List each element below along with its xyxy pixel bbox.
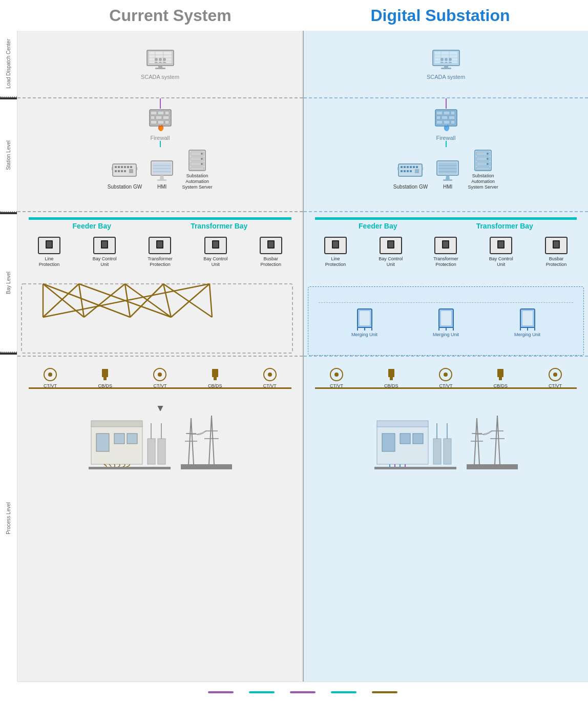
- firewall-icon-left: [146, 109, 174, 133]
- svg-rect-19: [151, 120, 157, 124]
- svg-rect-118: [441, 68, 451, 69]
- merging-unit-3-label: Merging Unit: [514, 332, 540, 337]
- digital-substation-panel: SCADA system: [303, 31, 588, 682]
- svg-rect-95: [127, 433, 137, 444]
- digital-hmi: HMI: [436, 160, 459, 190]
- svg-line-70: [79, 284, 84, 317]
- digital-transformer-protection: Transformer Protection: [432, 236, 459, 267]
- svg-point-199: [553, 373, 557, 377]
- current-station-section: Firewall: [17, 98, 303, 211]
- bay-level-label: Bay Level: [0, 214, 17, 353]
- svg-rect-206: [444, 439, 451, 464]
- current-bcu2-label: Bay Control Unit: [202, 256, 229, 267]
- substation-building-left: [89, 413, 171, 469]
- current-line-protection: Line Protection: [36, 236, 62, 267]
- svg-rect-34: [112, 167, 113, 170]
- hmi-icon-left: [150, 160, 174, 182]
- merging-unit-icon-3: [518, 308, 537, 331]
- svg-rect-117: [444, 66, 448, 68]
- current-firewall-block: Firewall: [146, 109, 174, 141]
- legend-line-teal-left: [249, 691, 275, 693]
- svg-rect-94: [114, 433, 124, 444]
- svg-point-82: [48, 373, 52, 377]
- svg-rect-135: [407, 166, 409, 168]
- digital-bay-control-unit-1: Bay Control Unit: [377, 236, 404, 267]
- bay-device-icon-2: [93, 236, 116, 255]
- current-down-arrow: [155, 403, 165, 416]
- svg-rect-64: [268, 241, 274, 247]
- svg-rect-21: [165, 120, 169, 124]
- svg-point-48: [201, 163, 203, 165]
- digital-bay-section: Feeder Bay Transformer Bay Line Protecti…: [304, 217, 588, 356]
- svg-rect-88: [214, 377, 217, 380]
- digital-bay-device-1: [324, 236, 347, 255]
- current-ctvt-2: CT/VT: [152, 367, 167, 388]
- svg-rect-176: [360, 311, 370, 325]
- svg-rect-171: [498, 241, 503, 247]
- bay-device-icon-5: [259, 236, 283, 255]
- current-process-devices: CT/VT CB/DS: [17, 367, 303, 388]
- current-bay-control-unit-2: Bay Control Unit: [202, 236, 229, 267]
- svg-rect-222: [467, 464, 518, 469]
- current-sas-label: Substation Automation System Server: [182, 173, 213, 190]
- svg-line-105: [209, 416, 212, 464]
- svg-point-119: [440, 58, 444, 61]
- svg-rect-14: [158, 111, 164, 115]
- svg-rect-193: [390, 377, 393, 380]
- svg-rect-49: [191, 167, 204, 170]
- digital-bcu1-label: Bay Control Unit: [377, 256, 404, 267]
- svg-rect-174: [554, 241, 559, 247]
- svg-rect-92: [91, 421, 142, 427]
- svg-line-106: [212, 416, 214, 464]
- svg-rect-141: [407, 170, 409, 172]
- svg-line-67: [43, 284, 84, 317]
- current-process-section: CT/VT CB/DS: [17, 357, 303, 474]
- ctvt-icon-2: [152, 367, 167, 382]
- digital-busbar-label: Busbar Protection: [543, 256, 570, 267]
- svg-rect-131: [451, 120, 455, 124]
- main-container: Current System Digital Substation Load D…: [0, 0, 588, 702]
- current-bay-section: Feeder Bay Transformer Bay Line P: [17, 217, 303, 356]
- svg-point-195: [444, 373, 448, 377]
- svg-rect-137: [413, 166, 415, 168]
- svg-rect-65: [22, 284, 292, 353]
- digital-scada-label: SCADA system: [427, 74, 465, 80]
- svg-rect-93: [96, 433, 109, 451]
- svg-rect-20: [158, 120, 164, 124]
- current-line-prot-label: Line Protection: [36, 256, 62, 267]
- svg-rect-1: [149, 52, 172, 63]
- svg-rect-61: [213, 241, 218, 247]
- svg-rect-142: [410, 170, 412, 172]
- current-transformer-protection: Transformer Protection: [146, 236, 173, 267]
- current-station-devices: Substation GW: [108, 149, 213, 190]
- svg-rect-16: [151, 116, 155, 119]
- substation-gw-icon-left: [112, 163, 137, 182]
- legend-teal-right: [331, 691, 356, 693]
- digital-ctvt-1: CT/VT: [329, 367, 344, 388]
- svg-rect-109: [181, 464, 232, 469]
- current-hmi-label: HMI: [157, 184, 166, 190]
- svg-rect-97: [158, 439, 165, 464]
- svg-rect-159: [476, 167, 490, 170]
- svg-rect-26: [124, 166, 126, 168]
- svg-rect-37: [153, 162, 171, 174]
- digital-feeder-bay-label: Feeder Bay: [359, 222, 397, 230]
- legend-line-purple-left: [208, 691, 234, 693]
- current-transformer-bay-label: Transformer Bay: [191, 222, 247, 230]
- current-substation-gw: Substation GW: [108, 163, 142, 190]
- current-scada-label: SCADA system: [141, 74, 179, 80]
- svg-rect-27: [127, 166, 129, 168]
- legend-line-teal-right: [331, 691, 356, 693]
- legend-line-gold: [372, 691, 397, 693]
- digital-line-protection: Line Protection: [322, 236, 349, 267]
- digital-merging-units: Merging Unit Merging Unit: [308, 308, 583, 337]
- digital-substation-gw: Substation GW: [393, 163, 428, 190]
- digital-station-devices: Substation GW: [393, 149, 498, 190]
- current-hmi: HMI: [150, 160, 174, 190]
- digital-bay-device-5: [544, 236, 568, 255]
- digital-process-devices: CT/VT CB/DS: [304, 367, 588, 388]
- merging-unit-2: Merging Unit: [433, 308, 459, 337]
- svg-rect-162: [333, 241, 338, 247]
- svg-line-80: [209, 284, 212, 317]
- sas-icon-left: [187, 149, 207, 172]
